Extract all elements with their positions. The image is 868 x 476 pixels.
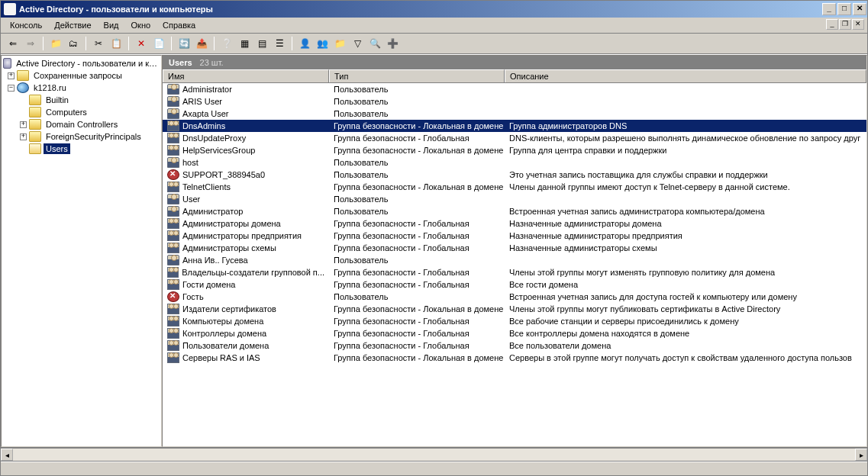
scroll-right-icon[interactable]: ▸ [855,449,867,461]
col-desc[interactable]: Описание [505,69,866,82]
list-row[interactable]: Гости доменаГруппа безопасности - Глобал… [163,278,866,291]
list-row[interactable]: Администраторы предприятияГруппа безопас… [163,230,866,242]
forward-icon[interactable]: ⇒ [23,36,38,51]
list-row[interactable]: TelnetClientsГруппа безопасности - Локал… [163,181,866,193]
back-icon[interactable]: ⇐ [5,36,21,51]
cut-icon[interactable]: ✂ [91,36,106,51]
scroll-track[interactable] [13,449,855,461]
content-area: Active Directory - пользователи и к… + С… [1,54,867,448]
menu-help[interactable]: Справка [156,19,202,31]
list-row[interactable]: hostПользователь [163,156,866,169]
list-row[interactable]: AdministratorПользователь [163,83,866,95]
up-folder-icon[interactable]: 📁 [48,36,63,51]
tree-computers[interactable]: Computers [3,106,160,118]
list-row[interactable]: DnsAdminsГруппа безопасности - Локальная… [163,120,866,132]
properties-icon[interactable]: 📄 [151,36,166,51]
copy-icon[interactable]: 📋 [108,36,124,51]
list-row[interactable]: ARIS UserПользователь [163,95,866,108]
row-name: Серверы RAS и IAS [182,353,260,362]
menu-view[interactable]: Вид [98,19,125,31]
toolbar: ⇐ ⇒ 📁 🗂 ✂ 📋 ✕ 📄 🔄 📤 ❔ ▦ ▤ ☰ 👤 👥 📁 ▽ 🔍 ➕ [1,34,867,54]
menu-action[interactable]: Действие [48,19,97,31]
row-desc: DNS-клиенты, которым разрешено выполнять… [505,133,866,143]
row-name: Administrator [182,85,232,94]
domain-icon [17,82,29,93]
list-row[interactable]: Владельцы-создатели групповой п...Группа… [163,266,866,278]
mdi-restore-button[interactable]: ❐ [839,19,851,30]
expand-icon[interactable]: + [20,121,27,128]
row-desc: Все рабочие станции и серверы присоедини… [505,316,866,326]
list-banner: Users 23 шт. [163,56,866,69]
row-type: Группа безопасности - Локальная в домене [329,121,505,131]
list-row[interactable]: UserПользователь [163,193,866,205]
add-to-group-icon[interactable]: ➕ [385,36,400,51]
row-desc: Назначенные администраторы схемы [505,243,866,253]
filter-icon[interactable]: ▽ [350,36,365,51]
new-user-icon[interactable]: 👤 [297,36,312,51]
scroll-left-icon[interactable]: ◂ [1,449,13,461]
menu-console[interactable]: Консоль [4,19,48,31]
mdi-close-button[interactable]: ✕ [852,19,864,30]
list-row[interactable]: Axapta UserПользователь [163,108,866,120]
row-desc [505,113,866,114]
list-row[interactable]: Компьютеры доменаГруппа безопасности - Г… [163,315,866,327]
show-hide-tree-icon[interactable]: 🗂 [66,36,81,51]
group-icon [167,267,179,278]
expand-icon[interactable]: + [20,133,27,140]
list-row[interactable]: DnsUpdateProxyГруппа безопасности - Глоб… [163,132,866,144]
row-desc: Члены данной группы имеют доступ к Telne… [505,182,866,192]
list-row[interactable]: Контроллеры доменаГруппа безопасности - … [163,327,866,339]
row-desc: Это учетная запись поставщика для службы… [505,169,866,180]
minimize-button[interactable]: _ [822,3,836,15]
delete-icon[interactable]: ✕ [134,36,149,51]
ad-root-icon [3,58,11,69]
list-rows[interactable]: AdministratorПользовательARIS UserПользо… [163,83,866,446]
row-desc: Все гости домена [505,279,866,290]
tree-domain[interactable]: − k1218.ru [3,82,160,94]
user-icon [167,157,179,168]
refresh-icon[interactable]: 🔄 [176,36,192,51]
list-row[interactable]: Администраторы схемыГруппа безопасности … [163,242,866,254]
row-type: Группа безопасности - Локальная в домене [329,182,505,192]
user-icon [167,108,179,119]
folder-icon [29,131,41,142]
tree-pane[interactable]: Active Directory - пользователи и к… + С… [1,55,162,447]
list-row[interactable]: ГостьПользовательВстроенная учетная запи… [163,291,866,303]
folder-icon [29,107,41,117]
tree-fsp[interactable]: + ForeignSecurityPrincipals [3,130,160,143]
list-row[interactable]: SUPPORT_388945a0ПользовательЭто учетная … [163,169,866,181]
col-name[interactable]: Имя [163,69,329,82]
tree-domain-controllers[interactable]: + Domain Controllers [3,118,160,130]
new-group-icon[interactable]: 👥 [315,36,330,51]
menu-window[interactable]: Окно [125,19,157,31]
list-row[interactable]: HelpServicesGroupГруппа безопасности - Л… [163,144,866,156]
close-button[interactable]: ✕ [853,3,866,15]
collapse-icon[interactable]: − [8,85,15,92]
view-detail-icon[interactable]: ☰ [272,36,287,51]
list-row[interactable]: Администраторы доменаГруппа безопасности… [163,217,866,230]
maximize-button[interactable]: □ [837,3,851,15]
row-desc: Встроенная учетная запись для доступа го… [505,291,866,302]
export-icon[interactable]: 📤 [194,36,209,51]
new-ou-icon[interactable]: 📁 [332,36,347,51]
list-row[interactable]: Издатели сертификатовГруппа безопасности… [163,303,866,315]
row-type: Пользователь [329,255,505,265]
expand-icon[interactable]: + [8,72,15,79]
list-row[interactable]: Пользователи доменаГруппа безопасности -… [163,339,866,352]
row-name: Гость [182,292,204,301]
view-list-icon[interactable]: ▤ [254,36,269,51]
find-icon[interactable]: 🔍 [367,36,382,51]
tree-root[interactable]: Active Directory - пользователи и к… [3,57,160,69]
mdi-minimize-button[interactable]: _ [826,19,838,30]
list-row[interactable]: АдминистраторПользовательВстроенная учет… [163,205,866,217]
horizontal-scrollbar[interactable]: ◂ ▸ [1,448,867,462]
list-row[interactable]: Анна Ив.. ГусеваПользователь [163,254,866,266]
tree-saved-queries[interactable]: + Сохраненные запросы [3,69,160,82]
tree-builtin[interactable]: Builtin [3,94,160,106]
tree-users[interactable]: Users [3,143,160,155]
user-icon [167,96,179,107]
list-row[interactable]: Серверы RAS и IASГруппа безопасности - Л… [163,352,866,364]
view-large-icon[interactable]: ▦ [237,36,252,51]
help-icon[interactable]: ❔ [219,36,234,51]
col-type[interactable]: Тип [329,69,505,82]
